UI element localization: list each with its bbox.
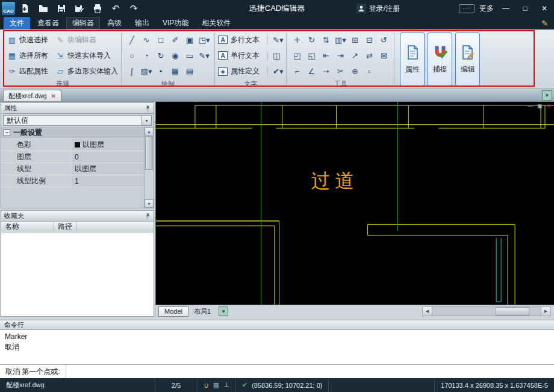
scrollbar-track[interactable] — [432, 307, 541, 316]
pin-icon[interactable] — [145, 213, 151, 220]
tool-icon[interactable]: ➝ — [319, 65, 333, 78]
polygon-entity-input-button[interactable]: ▱多边形实体输入 — [55, 65, 118, 78]
save-icon[interactable] — [56, 3, 67, 14]
ortho-toggle-icon[interactable]: ⊥ — [223, 381, 229, 389]
tool-icon[interactable]: ▨▾ — [139, 65, 154, 78]
match-properties-button[interactable]: ✑匹配属性 — [7, 65, 48, 78]
select-all-button[interactable]: ▦选择所有 — [7, 49, 48, 62]
column-header-path[interactable]: 路径 — [54, 222, 76, 232]
prop-value[interactable]: 以图层 — [71, 163, 144, 175]
maximize-button[interactable]: □ — [518, 2, 532, 14]
viewport-minimize-icon[interactable]: — — [528, 103, 533, 109]
tool-icon[interactable]: ↗ — [347, 49, 362, 62]
tool-icon[interactable]: ○ — [125, 49, 139, 62]
tab-layout1[interactable]: 布局1 — [188, 306, 216, 317]
table-row[interactable]: 线型 以图层 — [1, 163, 144, 175]
tool-icon[interactable]: ↻ — [304, 33, 319, 46]
command-history[interactable]: Marker 取消 — [0, 330, 554, 364]
tool-icon[interactable]: ✛ — [290, 33, 304, 46]
menu-related[interactable]: 相关软件 — [196, 17, 237, 30]
favorites-list[interactable] — [1, 232, 154, 316]
tool-icon[interactable]: ◉ — [168, 49, 182, 62]
tool-icon[interactable]: ▥▾ — [333, 33, 347, 46]
edit-pencil-icon[interactable]: ✎ — [541, 19, 548, 28]
scroll-right-icon[interactable]: ▶ — [541, 307, 550, 316]
text-edit-icon[interactable]: ✎▾ — [267, 36, 283, 45]
menu-advanced[interactable]: 高级 — [101, 17, 128, 30]
quick-entity-import-button[interactable]: ⇲快速实体导入 — [55, 49, 118, 62]
attdef-button[interactable]: ◈属性定义✔▾ — [218, 66, 283, 76]
scroll-left-icon[interactable]: ◀ — [423, 307, 432, 316]
tab-close-icon[interactable]: ✕ — [51, 93, 56, 99]
text-box-icon[interactable]: ◫ — [267, 51, 280, 60]
close-button[interactable]: ✕ — [537, 2, 552, 14]
tool-icon[interactable]: ▤ — [182, 65, 197, 78]
drawing-viewport[interactable]: 过道 — ▣ ✕ — [155, 102, 554, 305]
tool-icon[interactable]: ⊕ — [347, 65, 362, 78]
redo-icon[interactable]: ↷ — [128, 3, 139, 14]
tool-icon[interactable]: ✐ — [168, 33, 182, 46]
tool-icon[interactable]: ⊞ — [347, 33, 362, 46]
print-icon[interactable] — [92, 3, 103, 14]
tool-icon[interactable]: □ — [154, 33, 168, 46]
undo-icon[interactable]: ↶ — [110, 3, 121, 14]
tool-icon[interactable]: ◰ — [290, 49, 304, 62]
tool-icon[interactable]: ⇥ — [333, 49, 347, 62]
tool-icon[interactable]: ✂ — [333, 65, 347, 78]
login-button[interactable]: 登录/注册 — [356, 4, 400, 14]
tool-icon[interactable]: ⇄ — [362, 49, 376, 62]
scroll-up-icon[interactable]: ▲ — [145, 127, 154, 135]
properties-big-button[interactable]: 属性 — [400, 33, 425, 86]
save-as-icon[interactable] — [74, 3, 85, 14]
prop-value[interactable]: 0 — [71, 151, 144, 163]
block-editor-button[interactable]: ✎块编辑器 — [55, 33, 118, 46]
snap-magnet-icon[interactable]: ∪ — [204, 381, 209, 390]
text-check-icon[interactable]: ✔▾ — [267, 67, 283, 76]
tool-icon[interactable]: ◱ — [304, 49, 319, 62]
command-input[interactable] — [66, 365, 554, 378]
tool-icon[interactable]: ↺ — [376, 33, 391, 46]
layout-dropdown-icon[interactable]: ▼ — [219, 306, 228, 316]
more-dots-icon[interactable]: ··· — [459, 4, 475, 13]
tool-icon[interactable]: ⌐ — [290, 65, 304, 78]
tool-icon[interactable]: ╱ — [125, 33, 139, 46]
scrollbar-thumb[interactable] — [145, 136, 153, 170]
table-row[interactable]: 色彩 以图层 — [1, 139, 144, 151]
tool-icon[interactable]: ◳▾ — [197, 33, 211, 46]
table-row[interactable]: 线型比例 1 — [1, 175, 144, 187]
menu-output[interactable]: 输出 — [129, 17, 155, 30]
pin-icon[interactable] — [145, 105, 151, 112]
dtext-button[interactable]: A单行文本◫ — [218, 51, 283, 61]
tool-icon[interactable]: ⊟ — [362, 33, 376, 46]
tool-icon[interactable]: ⇤ — [319, 49, 333, 62]
scroll-down-icon[interactable]: ▼ — [145, 199, 154, 208]
menu-file[interactable]: 文件 — [4, 17, 30, 30]
tool-icon[interactable]: ⊠ — [376, 49, 391, 62]
tool-icon[interactable]: ▭ — [182, 49, 197, 62]
menu-viewer[interactable]: 查看器 — [31, 17, 65, 30]
preset-dropdown[interactable]: 默认值 ▼ — [3, 115, 152, 126]
table-row[interactable]: 图层 0 — [1, 151, 144, 163]
tool-icon[interactable]: ∠ — [304, 65, 319, 78]
mtext-button[interactable]: A多行文本✎▾ — [218, 35, 283, 45]
tool-icon[interactable]: ▣ — [182, 33, 197, 46]
prop-value[interactable]: 以图层 — [71, 139, 144, 151]
minimize-button[interactable]: — — [499, 2, 513, 14]
collapse-icon[interactable]: − — [4, 129, 10, 136]
new-file-icon[interactable] — [20, 3, 31, 14]
tool-icon[interactable]: ↻ — [154, 49, 168, 62]
snap-big-button[interactable]: 捕捉 — [428, 33, 452, 86]
tool-icon[interactable]: ▦ — [168, 65, 182, 78]
grid-toggle-icon[interactable]: ▦ — [213, 381, 219, 389]
menu-editor[interactable]: 编辑器 — [66, 17, 100, 30]
more-label[interactable]: 更多 — [479, 4, 494, 14]
command-panel-header[interactable]: 命令行 — [0, 320, 554, 330]
document-tab[interactable]: 配楼xref.dwg ✕ — [3, 90, 61, 101]
tool-icon[interactable]: ∿ — [139, 33, 154, 46]
column-header-name[interactable]: 名称 — [1, 222, 54, 232]
menu-vip[interactable]: VIP功能 — [157, 17, 195, 30]
tab-model[interactable]: Model — [158, 306, 188, 317]
chevron-down-icon[interactable]: ▼ — [142, 116, 151, 125]
vertical-scrollbar[interactable]: ▲ ▼ — [144, 127, 154, 208]
prop-value[interactable]: 1 — [71, 175, 144, 187]
